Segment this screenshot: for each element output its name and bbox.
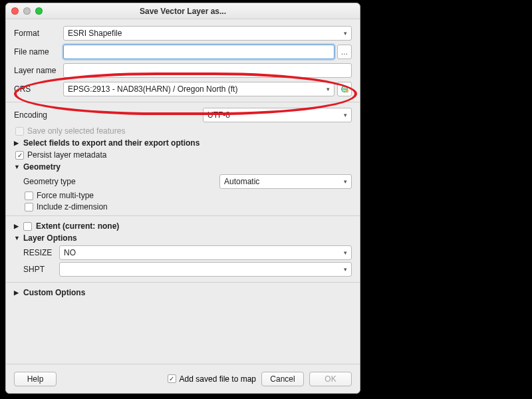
- save-selected-label: Save only selected features: [27, 126, 125, 136]
- triangle-right-icon: ▶: [14, 140, 21, 146]
- custom-options-disclosure[interactable]: ▶ Custom Options: [14, 288, 352, 297]
- resize-value: NO: [64, 248, 76, 257]
- triangle-down-icon: ▼: [14, 235, 21, 241]
- format-value: ESRI Shapefile: [68, 29, 122, 38]
- crs-picker-button[interactable]: [337, 82, 352, 96]
- layer-name-label: Layer name: [14, 66, 63, 75]
- checkbox-icon: ✓: [168, 374, 176, 383]
- shpt-select[interactable]: ▾: [59, 262, 352, 277]
- globe-icon: [340, 84, 349, 94]
- chevron-down-icon: ▾: [344, 178, 347, 185]
- crs-value: EPSG:2913 - NAD83(HARN) / Oregon North (…: [68, 84, 237, 94]
- cancel-button[interactable]: Cancel: [261, 372, 304, 386]
- geometry-type-select[interactable]: Automatic ▾: [219, 174, 352, 189]
- checkbox-icon: [25, 203, 33, 211]
- chevron-down-icon: ▾: [344, 112, 347, 118]
- geometry-label: Geometry: [23, 162, 61, 172]
- layer-options-group: RESIZE NO ▾ SHPT ▾: [23, 245, 352, 277]
- add-to-map-label: Add saved file to map: [180, 374, 256, 384]
- crs-label: CRS: [14, 84, 63, 94]
- shpt-label: SHPT: [23, 265, 59, 274]
- save-vector-layer-dialog: Save Vector Layer as... Format ESRI Shap…: [5, 3, 360, 394]
- custom-options-label: Custom Options: [23, 288, 85, 297]
- encoding-select[interactable]: UTF-8 ▾: [203, 108, 352, 122]
- encoding-label: Encoding: [14, 110, 63, 120]
- force-multi-check[interactable]: Force multi-type: [25, 191, 352, 200]
- layer-options-disclosure[interactable]: ▼ Layer Options: [14, 233, 352, 243]
- dialog-content: Format ESRI Shapefile ▾ File name … Laye…: [6, 19, 360, 364]
- extent-label: Extent (current: none): [36, 221, 119, 231]
- persist-metadata-check[interactable]: ✓ Persist layer metadata: [15, 150, 352, 160]
- fields-label: Select fields to export and their export…: [23, 138, 200, 148]
- titlebar: Save Vector Layer as...: [6, 3, 360, 19]
- resize-label: RESIZE: [23, 248, 59, 257]
- ok-button[interactable]: OK: [309, 372, 352, 386]
- browse-button[interactable]: …: [337, 45, 352, 59]
- persist-metadata-label: Persist layer metadata: [27, 150, 106, 160]
- file-name-input[interactable]: [63, 45, 334, 59]
- force-multi-label: Force multi-type: [37, 191, 94, 200]
- save-selected-check: Save only selected features: [15, 126, 352, 136]
- geometry-type-label: Geometry type: [23, 177, 96, 186]
- checkbox-icon: ✓: [15, 151, 24, 160]
- chevron-down-icon: ▾: [344, 30, 347, 37]
- dialog-footer: Help ✓ Add saved file to map Cancel OK: [6, 364, 360, 393]
- add-to-map-check[interactable]: ✓ Add saved file to map: [168, 374, 256, 384]
- file-name-label: File name: [14, 47, 63, 57]
- triangle-right-icon: ▶: [14, 223, 21, 229]
- resize-select[interactable]: NO ▾: [59, 245, 352, 260]
- layer-options-label: Layer Options: [23, 233, 77, 243]
- window-title: Save Vector Layer as...: [6, 7, 360, 16]
- format-select[interactable]: ESRI Shapefile ▾: [63, 26, 352, 41]
- checkbox-icon[interactable]: [23, 222, 32, 231]
- help-button[interactable]: Help: [14, 372, 57, 386]
- chevron-down-icon: ▾: [327, 86, 330, 92]
- include-z-label: Include z-dimension: [37, 202, 108, 211]
- ellipsis-icon: …: [341, 48, 348, 56]
- encoding-value: UTF-8: [207, 110, 230, 120]
- geometry-type-value: Automatic: [224, 177, 259, 186]
- geometry-group: Geometry type Automatic ▾ Force multi-ty…: [23, 174, 352, 211]
- format-label: Format: [14, 29, 63, 38]
- crs-select[interactable]: EPSG:2913 - NAD83(HARN) / Oregon North (…: [63, 82, 334, 96]
- checkbox-icon: [25, 192, 33, 200]
- chevron-down-icon: ▾: [344, 266, 347, 273]
- include-z-check[interactable]: Include z-dimension: [25, 202, 352, 211]
- svg-point-1: [346, 90, 348, 92]
- geometry-disclosure[interactable]: ▼ Geometry: [14, 162, 352, 172]
- checkbox-icon: [15, 127, 24, 136]
- fields-disclosure[interactable]: ▶ Select fields to export and their expo…: [14, 138, 352, 148]
- triangle-right-icon: ▶: [14, 289, 21, 296]
- triangle-down-icon: ▼: [14, 164, 21, 170]
- extent-disclosure[interactable]: ▶ Extent (current: none): [14, 221, 352, 231]
- chevron-down-icon: ▾: [344, 249, 347, 256]
- layer-name-input[interactable]: [63, 63, 352, 78]
